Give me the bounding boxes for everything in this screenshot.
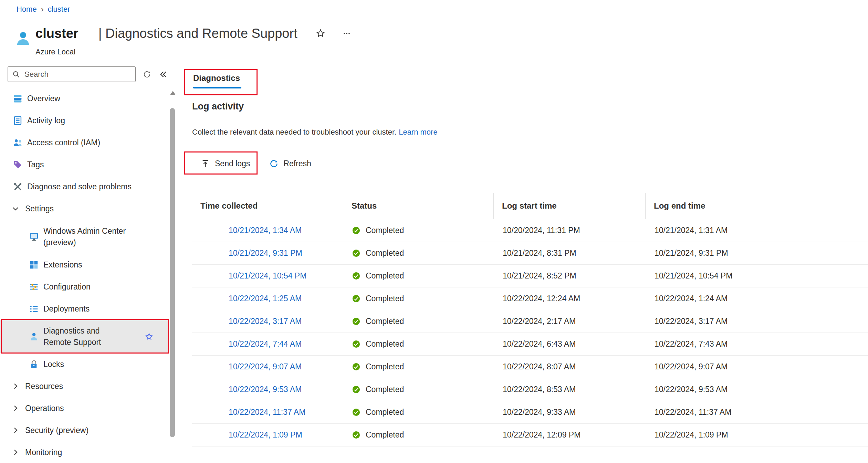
time-collected-link[interactable]: 10/22/2024, 9:07 AM <box>229 362 302 371</box>
time-collected-link[interactable]: 10/22/2024, 3:17 AM <box>229 317 302 326</box>
sidebar-item-label: Locks <box>43 359 64 370</box>
sidebar-item-extensions[interactable]: Extensions <box>0 254 169 276</box>
log-end-time: 10/21/2024, 9:31 PM <box>646 242 868 264</box>
status-text: Completed <box>366 294 404 303</box>
more-options-button[interactable] <box>341 29 353 38</box>
favorite-item-star-icon[interactable] <box>145 332 154 341</box>
completed-check-icon <box>352 340 360 348</box>
diagnostics-remote-support-icon <box>29 332 39 341</box>
time-collected-link[interactable]: 10/22/2024, 1:09 PM <box>229 430 302 440</box>
table-row: 10/22/2024, 9:53 AM Completed 10/22/2024… <box>192 378 868 401</box>
resource-avatar-icon <box>14 30 32 47</box>
sidebar-group-resources[interactable]: Resources <box>0 375 169 397</box>
status-text: Completed <box>366 271 404 281</box>
toolbar-divider <box>191 178 868 178</box>
status-text: Completed <box>366 317 404 326</box>
completed-check-icon <box>352 408 360 416</box>
time-collected-link[interactable]: 10/22/2024, 1:25 AM <box>229 294 302 303</box>
log-start-time: 10/22/2024, 8:07 AM <box>494 356 646 378</box>
completed-check-icon <box>352 249 360 257</box>
sidebar-group-operations[interactable]: Operations <box>0 397 169 419</box>
sidebar-group-settings[interactable]: Settings <box>0 198 169 220</box>
log-start-time: 10/20/2024, 11:31 PM <box>494 219 646 242</box>
sidebar-item-locks[interactable]: Locks <box>0 353 169 375</box>
table-row: 10/22/2024, 1:09 PM Completed 10/22/2024… <box>192 424 868 446</box>
sidebar-item-overview[interactable]: Overview <box>0 87 169 109</box>
windows-admin-center-icon <box>29 232 39 242</box>
log-end-time: 10/22/2024, 11:37 AM <box>646 401 868 423</box>
log-start-time: 10/22/2024, 2:17 AM <box>494 310 646 333</box>
sidebar-item-label: Overview <box>27 93 60 104</box>
column-header-log-end-time: Log end time <box>646 193 868 219</box>
sidebar-group-label: Security (preview) <box>25 425 88 436</box>
locks-icon <box>29 359 39 369</box>
sidebar-item-deployments[interactable]: Deployments <box>0 298 169 320</box>
page-title: | Diagnostics and Remote Support <box>98 26 297 41</box>
chevron-right-icon <box>11 448 20 456</box>
time-collected-link[interactable]: 10/22/2024, 9:53 AM <box>229 385 302 394</box>
resource-type-label: Azure Local <box>35 48 75 56</box>
sidebar-group-monitoring[interactable]: Monitoring <box>0 441 169 463</box>
search-box[interactable] <box>8 66 136 82</box>
ellipsis-icon <box>341 29 353 38</box>
sidebar-group-label: Settings <box>25 203 54 214</box>
description-text: Collect the relevant data needed to trou… <box>192 128 396 136</box>
status-text: Completed <box>366 339 404 349</box>
sidebar-item-configuration[interactable]: Configuration <box>0 276 169 298</box>
time-collected-link[interactable]: 10/22/2024, 11:37 AM <box>229 408 305 417</box>
breadcrumb-separator-icon: › <box>41 5 44 13</box>
time-collected-link[interactable]: 10/22/2024, 7:44 AM <box>229 339 302 349</box>
tab-diagnostics[interactable]: Diagnostics <box>193 73 241 88</box>
refresh-button[interactable]: Refresh <box>269 159 311 168</box>
breadcrumb-cluster-link[interactable]: cluster <box>48 5 70 14</box>
double-chevron-left-icon <box>158 70 168 79</box>
collapse-sidebar-button[interactable] <box>158 70 168 79</box>
scrollbar-up-arrow[interactable] <box>170 91 176 95</box>
sidebar-item-tags[interactable]: Tags <box>0 154 169 176</box>
log-end-time: 10/22/2024, 9:07 AM <box>646 356 868 378</box>
log-end-time: 10/22/2024, 3:17 AM <box>646 310 868 333</box>
log-start-time: 10/22/2024, 12:24 AM <box>494 287 646 310</box>
sidebar-group-label: Monitoring <box>25 447 62 458</box>
breadcrumb-home-link[interactable]: Home <box>17 5 37 14</box>
sidebar-item-label: Windows Admin Center (preview) <box>43 225 147 248</box>
send-logs-label: Send logs <box>215 159 250 168</box>
extensions-icon <box>29 260 39 270</box>
overview-icon <box>13 94 23 104</box>
table-row: 10/22/2024, 11:37 AM Completed 10/22/202… <box>192 401 868 424</box>
log-start-time: 10/22/2024, 9:33 AM <box>494 401 646 423</box>
search-input[interactable] <box>24 70 131 79</box>
log-end-time: 10/22/2024, 9:53 AM <box>646 378 868 401</box>
refresh-circle-icon <box>143 70 151 79</box>
time-collected-link[interactable]: 10/21/2024, 10:54 PM <box>229 271 306 281</box>
section-description: Collect the relevant data needed to trou… <box>192 128 438 137</box>
sidebar-item-diagnose-solve[interactable]: Diagnose and solve problems <box>0 176 169 198</box>
send-logs-button[interactable]: Send logs <box>201 159 250 168</box>
completed-check-icon <box>352 386 360 393</box>
menu-refresh-button[interactable] <box>143 70 151 79</box>
sidebar-group-security[interactable]: Security (preview) <box>0 419 169 441</box>
log-start-time: 10/22/2024, 6:43 AM <box>494 333 646 355</box>
log-start-time: 10/22/2024, 12:09 PM <box>494 424 646 446</box>
deployments-icon <box>29 304 39 314</box>
column-header-time-collected: Time collected <box>192 193 343 219</box>
sidebar-scrollbar[interactable] <box>170 108 175 437</box>
sidebar-item-label: Diagnostics and Remote Support <box>43 325 117 347</box>
chevron-right-icon <box>11 382 20 390</box>
favorite-star-icon[interactable] <box>315 28 326 39</box>
sidebar-item-diagnostics-remote-support[interactable]: Diagnostics and Remote Support <box>0 320 169 353</box>
sidebar-item-label: Extensions <box>43 259 82 270</box>
sidebar-item-label: Diagnose and solve problems <box>27 181 132 192</box>
diagnose-icon <box>13 182 23 192</box>
sidebar-item-label: Deployments <box>43 303 90 314</box>
learn-more-link[interactable]: Learn more <box>399 128 438 136</box>
status-text: Completed <box>366 226 404 235</box>
table-row: 10/22/2024, 7:44 AM Completed 10/22/2024… <box>192 333 868 356</box>
section-title: Log activity <box>192 101 244 112</box>
sidebar-item-access-control[interactable]: Access control (IAM) <box>0 131 169 154</box>
time-collected-link[interactable]: 10/21/2024, 9:31 PM <box>229 249 302 258</box>
sidebar-item-activity-log[interactable]: Activity log <box>0 109 169 131</box>
sidebar-item-windows-admin-center[interactable]: Windows Admin Center (preview) <box>0 220 169 254</box>
time-collected-link[interactable]: 10/21/2024, 1:34 AM <box>229 226 302 235</box>
tags-icon <box>13 160 23 170</box>
